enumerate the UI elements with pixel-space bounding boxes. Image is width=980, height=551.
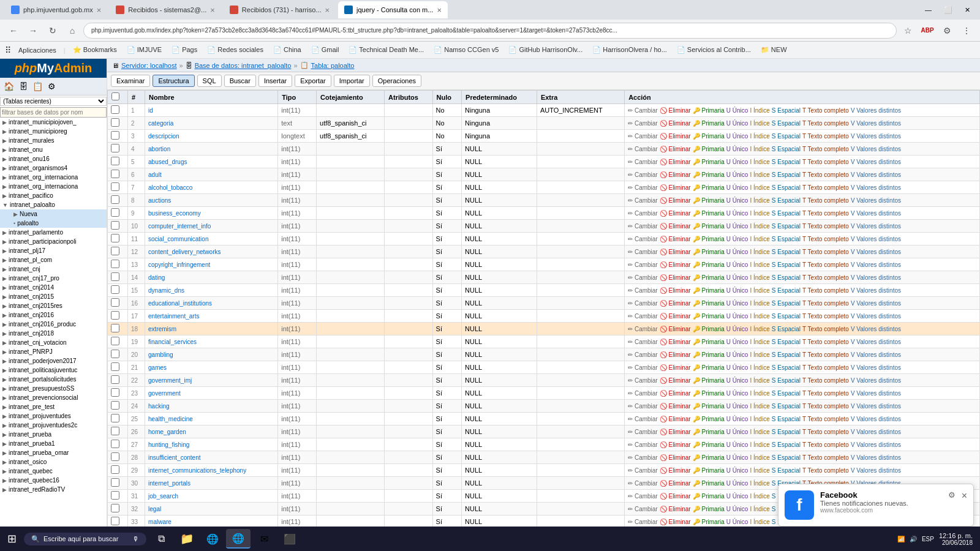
indice-icon[interactable]: I Índice: [750, 261, 769, 268]
tree-item-onu[interactable]: ▶ intranet_onu: [0, 145, 107, 154]
bookmark-china[interactable]: 📄 China: [271, 45, 304, 55]
row-checkbox[interactable]: [111, 298, 119, 307]
valores-distintos-icon[interactable]: V Valores distintos: [851, 133, 901, 140]
row-checkbox[interactable]: [111, 375, 119, 384]
texto-completo-icon[interactable]: T Texto completo: [802, 184, 849, 191]
tree-item-quebec[interactable]: ▶ intranet_quebec: [0, 467, 107, 476]
primaria-icon[interactable]: 🔑 Primaria: [693, 326, 725, 332]
texto-completo-icon[interactable]: T Texto completo: [802, 171, 849, 178]
col-name-link[interactable]: home_garden: [148, 429, 186, 435]
row-checkbox[interactable]: [111, 388, 119, 397]
cambiar-icon[interactable]: ✏ Cambiar: [628, 390, 658, 397]
row-checkbox[interactable]: [111, 182, 119, 191]
tree-item-cnj2015res[interactable]: ▶ intranet_cnj2015res: [0, 301, 107, 310]
col-name-link[interactable]: gambling: [148, 351, 173, 358]
unico-icon[interactable]: U Único: [726, 159, 748, 165]
tree-item-municipiojoven[interactable]: ▶ intranet_municipiojoven_: [0, 118, 107, 127]
espacial-icon[interactable]: S Espacial: [772, 403, 801, 410]
eliminar-icon[interactable]: 🚫 Eliminar: [660, 146, 691, 152]
adblock-btn[interactable]: ABP: [919, 22, 936, 39]
eliminar-icon[interactable]: 🚫 Eliminar: [660, 467, 691, 474]
texto-completo-icon[interactable]: T Texto completo: [802, 274, 849, 281]
primaria-icon[interactable]: 🔑 Primaria: [693, 377, 725, 384]
espacial-icon[interactable]: S Espacial: [772, 441, 801, 448]
row-checkbox[interactable]: [111, 517, 119, 525]
valores-distintos-icon[interactable]: V Valores distintos: [851, 107, 901, 114]
cambiar-icon[interactable]: ✏ Cambiar: [628, 313, 658, 320]
col-name-link[interactable]: health_medicine: [148, 416, 193, 422]
indice-icon[interactable]: I Índice: [750, 506, 769, 512]
indice-icon[interactable]: I Índice: [750, 210, 769, 217]
valores-distintos-icon[interactable]: V Valores distintos: [851, 184, 901, 191]
unico-icon[interactable]: U Único: [726, 364, 748, 371]
row-checkbox[interactable]: [111, 208, 119, 217]
unico-icon[interactable]: U Único: [726, 120, 748, 127]
espacial-icon[interactable]: S Espacial: [772, 326, 801, 332]
cambiar-icon[interactable]: ✏ Cambiar: [628, 300, 658, 307]
primaria-icon[interactable]: 🔑 Primaria: [693, 159, 725, 165]
texto-completo-icon[interactable]: T Texto completo: [802, 133, 849, 140]
espacial-icon[interactable]: S Espacial: [772, 107, 801, 114]
indice-icon[interactable]: I Índice: [750, 493, 769, 500]
cambiar-icon[interactable]: ✏ Cambiar: [628, 249, 658, 255]
texto-completo-icon[interactable]: T Texto completo: [802, 159, 849, 165]
row-checkbox[interactable]: [111, 350, 119, 358]
tree-item-cnj17-pro[interactable]: ▶ intranet_cnj17_pro: [0, 274, 107, 283]
taskbar-app-thunderbird[interactable]: ✉: [252, 529, 276, 549]
cambiar-icon[interactable]: ✏ Cambiar: [628, 120, 658, 127]
bookmark-github[interactable]: 📄 GitHub HarrisonOlv...: [506, 45, 585, 55]
valores-distintos-icon[interactable]: V Valores distintos: [851, 159, 901, 165]
valores-distintos-icon[interactable]: V Valores distintos: [851, 364, 901, 371]
primaria-icon[interactable]: 🔑 Primaria: [693, 210, 725, 217]
db-link[interactable]: Base de datos: intranet_paloalto: [195, 62, 292, 69]
eliminar-icon[interactable]: 🚫 Eliminar: [660, 171, 691, 178]
window-close[interactable]: ✕: [960, 4, 975, 17]
unico-icon[interactable]: U Único: [726, 107, 748, 114]
eliminar-icon[interactable]: 🚫 Eliminar: [660, 364, 691, 371]
indice-icon[interactable]: I Índice: [750, 339, 769, 345]
valores-distintos-icon[interactable]: V Valores distintos: [851, 326, 901, 332]
eliminar-icon[interactable]: 🚫 Eliminar: [660, 120, 691, 127]
col-name-link[interactable]: financial_services: [148, 339, 197, 345]
extensions-btn[interactable]: ⚙: [938, 22, 956, 39]
taskbar-app-explorer[interactable]: 📁: [175, 529, 199, 549]
cambiar-icon[interactable]: ✏ Cambiar: [628, 159, 658, 165]
cambiar-icon[interactable]: ✏ Cambiar: [628, 339, 658, 345]
valores-distintos-icon[interactable]: V Valores distintos: [851, 171, 901, 178]
primaria-icon[interactable]: 🔑 Primaria: [693, 197, 725, 204]
row-checkbox[interactable]: [111, 105, 119, 114]
primaria-icon[interactable]: 🔑 Primaria: [693, 403, 725, 410]
unico-icon[interactable]: U Único: [726, 274, 748, 281]
valores-distintos-icon[interactable]: V Valores distintos: [851, 403, 901, 410]
row-checkbox[interactable]: [111, 465, 119, 474]
eliminar-icon[interactable]: 🚫 Eliminar: [660, 377, 691, 384]
primaria-icon[interactable]: 🔑 Primaria: [693, 171, 725, 178]
valores-distintos-icon[interactable]: V Valores distintos: [851, 249, 901, 255]
microphone-icon[interactable]: 🎙: [132, 535, 139, 542]
texto-completo-icon[interactable]: T Texto completo: [802, 441, 849, 448]
indice-icon[interactable]: I Índice: [750, 313, 769, 320]
espacial-icon[interactable]: S Espacial: [772, 287, 801, 294]
unico-icon[interactable]: U Único: [726, 249, 748, 255]
address-bar[interactable]: php.imjuventud.gob.mx/index.php?token=27…: [83, 23, 897, 39]
row-checkbox[interactable]: [111, 401, 119, 410]
db-filter-input[interactable]: [0, 107, 107, 118]
texto-completo-icon[interactable]: T Texto completo: [802, 287, 849, 294]
bookmark-imjuve[interactable]: 📄 IMJUVE: [124, 45, 164, 55]
eliminar-icon[interactable]: 🚫 Eliminar: [660, 249, 691, 255]
row-checkbox[interactable]: [111, 504, 119, 512]
tab-close-2[interactable]: ×: [210, 6, 215, 15]
eliminar-icon[interactable]: 🚫 Eliminar: [660, 339, 691, 345]
tree-item-cnj2016-produc[interactable]: ▶ intranet_cnj2016_produc: [0, 320, 107, 329]
texto-completo-icon[interactable]: T Texto completo: [802, 210, 849, 217]
texto-completo-icon[interactable]: T Texto completo: [802, 313, 849, 320]
texto-completo-icon[interactable]: T Texto completo: [802, 429, 849, 435]
col-name-link[interactable]: entertainment_arts: [148, 313, 199, 320]
tree-item-prevencion[interactable]: ▶ intranet_prevencionsocial: [0, 393, 107, 402]
tree-item-cnj2016[interactable]: ▶ intranet_cnj2016: [0, 310, 107, 320]
col-name-link[interactable]: hacking: [148, 403, 169, 410]
row-checkbox[interactable]: [111, 478, 119, 487]
espacial-icon[interactable]: S Espacial: [772, 171, 801, 178]
sidebar-sql-icon[interactable]: 📋: [31, 80, 44, 92]
col-name-link[interactable]: descripcion: [148, 133, 179, 140]
